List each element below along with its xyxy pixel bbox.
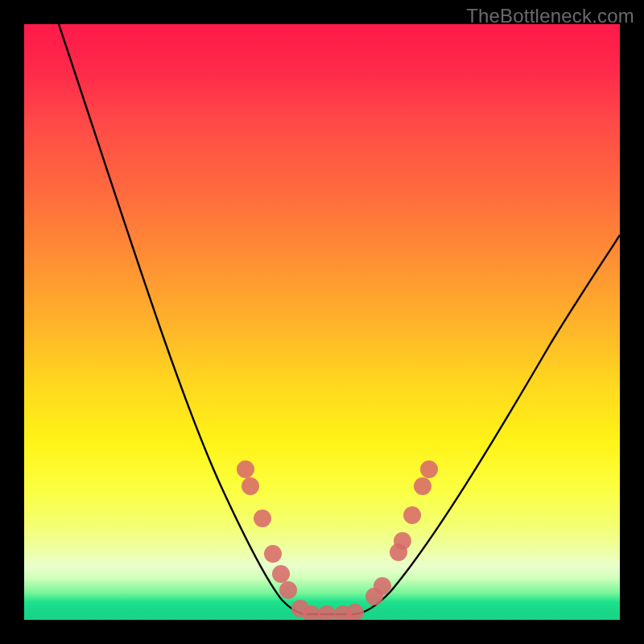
plot-frame bbox=[24, 24, 620, 620]
curve-marker-dot bbox=[374, 577, 391, 595]
curve-marker-dot bbox=[237, 460, 254, 478]
curve-marker-dot bbox=[394, 532, 411, 550]
curve-group bbox=[59, 24, 620, 614]
curve-marker-dot bbox=[242, 477, 259, 495]
curve-marker-dot bbox=[403, 506, 421, 524]
curve-marker-dot bbox=[264, 545, 282, 563]
curve-marker-dot bbox=[420, 460, 438, 478]
curve-marker-dot bbox=[318, 605, 336, 620]
watermark-text: TheBottleneck.com bbox=[466, 5, 634, 27]
curve-marker-dot bbox=[346, 604, 364, 620]
curve-marker-dot bbox=[279, 581, 297, 599]
curve-marker-dot bbox=[254, 510, 271, 527]
curve-marker-dot bbox=[272, 565, 290, 583]
curve-marker-dot bbox=[414, 477, 431, 495]
curve-markers-group bbox=[237, 460, 438, 620]
curve-left bbox=[59, 24, 308, 614]
bottleneck-curve-svg bbox=[24, 24, 620, 620]
